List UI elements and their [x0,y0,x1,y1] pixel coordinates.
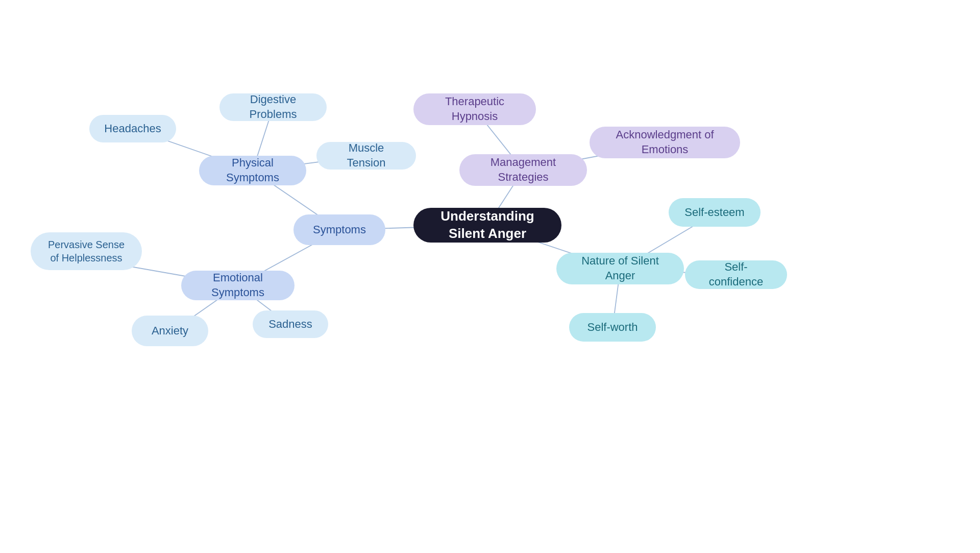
self-esteem-node[interactable]: Self-esteem [669,198,761,227]
center-node[interactable]: Understanding Silent Anger [413,208,561,243]
muscle-tension-node[interactable]: Muscle Tension [316,142,416,170]
headaches-node[interactable]: Headaches [89,115,176,142]
nature-silent-anger-node[interactable]: Nature of Silent Anger [556,253,684,284]
anxiety-node[interactable]: Anxiety [132,316,208,346]
physical-symptoms-node[interactable]: Physical Symptoms [199,156,306,185]
symptoms-node[interactable]: Symptoms [293,214,385,245]
therapeutic-hypnosis-node[interactable]: Therapeutic Hypnosis [413,93,536,125]
management-strategies-node[interactable]: Management Strategies [459,154,587,186]
emotional-symptoms-node[interactable]: Emotional Symptoms [181,271,295,300]
self-worth-node[interactable]: Self-worth [569,313,656,342]
digestive-problems-node[interactable]: Digestive Problems [219,93,327,121]
self-confidence-node[interactable]: Self-confidence [685,260,787,289]
sadness-node[interactable]: Sadness [253,310,328,338]
acknowledgment-emotions-node[interactable]: Acknowledgment of Emotions [590,127,740,158]
pervasive-helplessness-node[interactable]: Pervasive Sense of Helplessness [31,232,142,270]
